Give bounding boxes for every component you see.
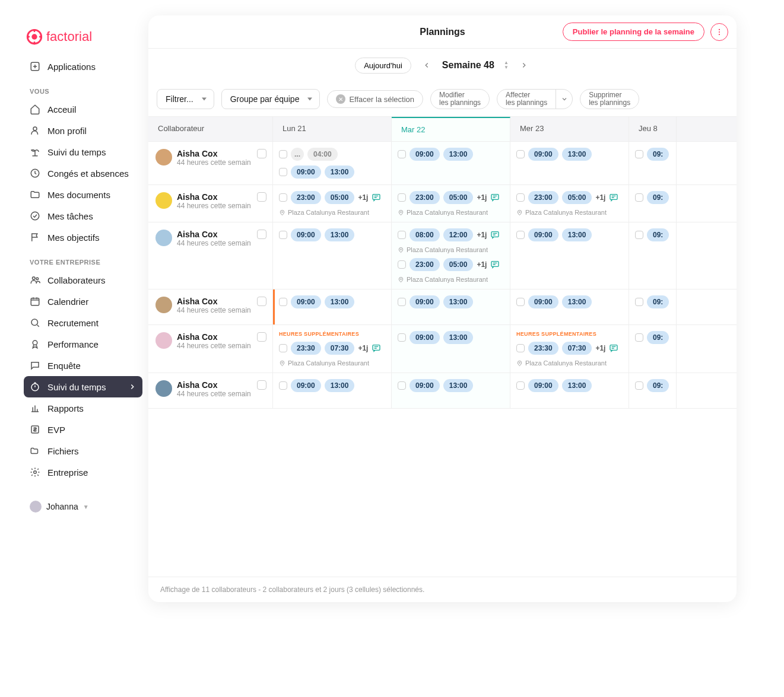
day-cell[interactable]: 09:0013:00 <box>392 289 510 324</box>
day-cell[interactable]: 09:0013:00 <box>510 222 629 289</box>
row-checkbox[interactable] <box>257 380 266 390</box>
nav-profile[interactable]: Mon profil <box>24 120 142 141</box>
shift-checkbox[interactable] <box>635 381 643 390</box>
comment-icon[interactable] <box>609 343 618 353</box>
delete-plannings-button[interactable]: Supprimerles plannings <box>580 89 639 109</box>
collaborator-cell[interactable]: Aisha Cox44 heures cette semain <box>148 142 273 184</box>
row-checkbox[interactable] <box>257 192 266 202</box>
day-cell[interactable]: 09:0013:00 <box>392 142 510 184</box>
day-cell[interactable]: 09:0013:00 <box>273 222 392 289</box>
shift-checkbox[interactable] <box>516 231 525 239</box>
more-button[interactable] <box>710 23 728 41</box>
shift-checkbox[interactable] <box>398 231 406 239</box>
shift-checkbox[interactable] <box>398 298 406 306</box>
day-cell[interactable]: 09:0013:00 <box>273 289 392 324</box>
day-cell[interactable]: 23:0005:00+1j Plaza Catalunya Restaurant <box>392 185 510 222</box>
day-cell[interactable]: 09:0013:00 <box>510 373 629 408</box>
shift-checkbox[interactable] <box>635 298 643 306</box>
nav-recruit[interactable]: Recrutement <box>24 312 142 333</box>
prev-week-button[interactable] <box>421 59 433 71</box>
shift-checkbox[interactable] <box>516 298 525 306</box>
comment-icon[interactable] <box>372 343 381 353</box>
shift-checkbox[interactable] <box>516 150 525 158</box>
shift-checkbox[interactable] <box>279 344 287 352</box>
comment-icon[interactable] <box>490 230 500 240</box>
comment-icon[interactable] <box>490 193 500 202</box>
day-cell[interactable]: 08:0012:00+1j Plaza Catalunya Restaurant… <box>392 222 510 289</box>
row-checkbox[interactable] <box>257 332 266 342</box>
chevron-down-icon[interactable] <box>556 90 572 109</box>
nav-calendar[interactable]: Calendrier <box>24 291 142 312</box>
day-cell[interactable]: 09: <box>629 222 677 289</box>
shift-checkbox[interactable] <box>398 381 406 390</box>
day-cell[interactable]: 09: <box>629 142 677 184</box>
shift-checkbox[interactable] <box>398 333 406 342</box>
current-user[interactable]: Johanna ▼ <box>24 483 142 518</box>
next-week-button[interactable] <box>518 59 530 71</box>
collaborator-cell[interactable]: Aisha Cox44 heures cette semain <box>148 185 273 222</box>
shift-checkbox[interactable] <box>279 231 287 239</box>
comment-icon[interactable] <box>372 193 381 202</box>
week-stepper[interactable]: ▲▼ <box>504 61 509 70</box>
collaborator-cell[interactable]: Aisha Cox44 heures cette semain <box>148 222 273 289</box>
filter-select[interactable]: Filtrer... <box>157 89 214 109</box>
day-cell[interactable]: HEURES SUPPLÉMENTAIRES 23:3007:30+1j Pla… <box>273 325 392 373</box>
nav-home[interactable]: Acceuil <box>24 98 142 120</box>
group-select[interactable]: Groupe par équipe <box>221 89 320 109</box>
shift-checkbox[interactable] <box>398 193 406 202</box>
nav-reports[interactable]: Rapports <box>24 397 142 419</box>
clear-selection-chip[interactable]: ✕Effacer la sélection <box>327 90 423 108</box>
nav-applications[interactable]: Applications <box>24 56 142 77</box>
shift-checkbox[interactable] <box>398 150 406 158</box>
shift-checkbox[interactable] <box>279 168 287 176</box>
nav-people[interactable]: Collaborateurs <box>24 269 142 291</box>
assign-plannings-button[interactable]: Affecterles plannings <box>497 89 573 109</box>
day-cell[interactable]: 09: <box>629 185 677 222</box>
nav-tasks[interactable]: Mes tâches <box>24 205 142 227</box>
shift-checkbox[interactable] <box>279 381 287 390</box>
shift-checkbox[interactable] <box>516 344 525 352</box>
row-checkbox[interactable] <box>257 230 266 239</box>
day-cell[interactable]: 09: <box>629 325 677 373</box>
nav-evp[interactable]: EVP <box>24 419 142 440</box>
comment-icon[interactable] <box>490 260 500 269</box>
day-cell[interactable]: 23:0005:00+1j Plaza Catalunya Restaurant <box>273 185 392 222</box>
modify-plannings-button[interactable]: Modifierles plannings <box>430 89 490 109</box>
day-cell[interactable]: 23:0005:00+1j Plaza Catalunya Restaurant <box>510 185 629 222</box>
day-cell[interactable]: 09:0013:00 <box>392 325 510 373</box>
nav-time-tracking[interactable]: Suivi du temps <box>24 141 142 163</box>
day-cell[interactable]: 09:0013:00 <box>510 142 629 184</box>
shift-checkbox[interactable] <box>635 150 643 158</box>
row-checkbox[interactable] <box>257 149 266 158</box>
shift-checkbox[interactable] <box>398 260 406 269</box>
nav-docs[interactable]: Mes documents <box>24 184 142 205</box>
step-down-icon[interactable]: ▼ <box>504 65 509 70</box>
shift-checkbox[interactable] <box>279 193 287 202</box>
shift-checkbox[interactable] <box>279 298 287 306</box>
nav-company[interactable]: Entreprise <box>24 462 142 483</box>
row-checkbox[interactable] <box>257 297 266 306</box>
more-pill[interactable]: ... <box>291 148 304 161</box>
nav-survey[interactable]: Enquête <box>24 355 142 376</box>
collaborator-cell[interactable]: Aisha Cox44 heures cette semain <box>148 373 273 408</box>
shift-checkbox[interactable] <box>635 333 643 342</box>
day-cell[interactable]: 09: <box>629 373 677 408</box>
shift-checkbox[interactable] <box>516 193 525 202</box>
nav-performance[interactable]: Performance <box>24 333 142 355</box>
nav-goals[interactable]: Mes objectifs <box>24 227 142 248</box>
day-cell[interactable]: 09:0013:00 <box>510 289 629 324</box>
today-button[interactable]: Aujourd'hui <box>355 58 411 74</box>
day-cell[interactable]: 09: <box>629 289 677 324</box>
nav-leave[interactable]: Congés et absences <box>24 163 142 184</box>
day-cell[interactable]: 09:0013:00 <box>392 373 510 408</box>
collaborator-cell[interactable]: Aisha Cox44 heures cette semain <box>148 325 273 373</box>
day-cell[interactable]: ...04:00 09:0013:00 <box>273 142 392 184</box>
shift-checkbox[interactable] <box>516 381 525 390</box>
shift-checkbox[interactable] <box>635 193 643 202</box>
nav-time-company[interactable]: Suivi du temps <box>24 376 142 397</box>
shift-checkbox[interactable] <box>279 150 287 158</box>
nav-files[interactable]: Fichiers <box>24 440 142 462</box>
collaborator-cell[interactable]: Aisha Cox44 heures cette semain <box>148 289 273 324</box>
shift-checkbox[interactable] <box>635 231 643 239</box>
publish-button[interactable]: Publier le planning de la semaine <box>563 23 704 41</box>
